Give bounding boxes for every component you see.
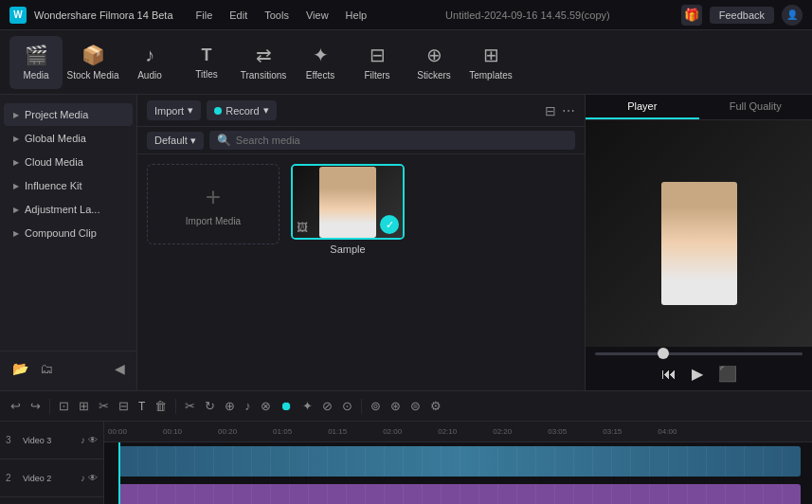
sidebar-item-global-media[interactable]: ▶ Global Media (4, 127, 133, 150)
sort-dropdown[interactable]: Default ▾ (147, 132, 204, 150)
titles-label: Titles (195, 69, 218, 80)
toolbar-audio[interactable]: ♪ Audio (123, 36, 176, 89)
add-folder-icon[interactable]: 📂 (9, 359, 31, 378)
import-media-card[interactable]: + Import Media (147, 164, 280, 244)
feedback-button[interactable]: Feedback (710, 7, 774, 24)
delete-button[interactable]: 🗑 (152, 397, 170, 415)
menu-file[interactable]: File (189, 8, 221, 23)
sidebar-item-adjustment-layer[interactable]: ▶ Adjustment La... (4, 198, 133, 221)
menu-edit[interactable]: Edit (222, 8, 255, 23)
toolbar-filters[interactable]: ⊟ Filters (351, 36, 404, 89)
new-folder-icon[interactable]: 🗂 (37, 359, 56, 378)
toolbar-media[interactable]: 🎬 Media (9, 36, 63, 89)
more-options-icon[interactable]: ⋯ (562, 103, 575, 118)
menu-tools[interactable]: Tools (257, 8, 297, 23)
record-track-button[interactable]: ⏺ (278, 397, 296, 415)
go-to-start-button[interactable]: ⏮ (661, 366, 677, 383)
ripple-edit-tool[interactable]: ⊞ (76, 397, 92, 415)
ruler-mark-9: 03:15 (603, 427, 622, 436)
preview-video (586, 120, 812, 347)
ruler-mark-3: 01:05 (273, 427, 292, 436)
track-mute-icon[interactable]: 👁 (88, 473, 98, 483)
titles-icon: T (202, 45, 212, 65)
account-icon[interactable]: 👤 (782, 5, 803, 26)
transitions-label: Transitions (241, 70, 287, 81)
playhead (118, 442, 120, 504)
arrow-icon: ▶ (13, 135, 19, 143)
ruler-mark-8: 03:05 (548, 427, 567, 436)
more-button[interactable]: ⊜ (407, 397, 424, 415)
toolbar-templates[interactable]: ⊞ Templates (464, 36, 517, 89)
settings-button[interactable]: ⚙ (427, 397, 444, 415)
clip-video3[interactable] (118, 446, 801, 477)
gift-icon[interactable]: 🎁 (681, 5, 702, 26)
toolbar-titles[interactable]: T Titles (180, 36, 233, 89)
tab-player[interactable]: Player (586, 95, 699, 119)
title-right-controls: 🎁 Feedback 👤 (681, 5, 803, 26)
sidebar-item-influence-kit[interactable]: ▶ Influence Kit (4, 174, 133, 197)
toolbar-stickers[interactable]: ⊕ Stickers (407, 36, 460, 89)
record-dropdown[interactable]: Record ▾ (207, 100, 276, 120)
toolbar-transitions[interactable]: ⇄ Transitions (237, 36, 290, 89)
search-input[interactable] (236, 135, 568, 146)
crop-button[interactable]: ✂ (182, 397, 198, 415)
track-audio-icon[interactable]: ♪ (81, 473, 85, 483)
record-label: Record (226, 105, 259, 117)
effects-button[interactable]: ✦ (299, 397, 316, 415)
cut-tool[interactable]: ✂ (96, 397, 112, 415)
filter-icon[interactable]: ⊟ (545, 103, 556, 118)
scrubber-thumb[interactable] (658, 348, 669, 359)
sidebar-item-compound-clip[interactable]: ▶ Compound Clip (4, 222, 133, 244)
color-button[interactable]: ⊗ (258, 397, 274, 415)
ai-tools-button[interactable]: ⊛ (388, 397, 404, 415)
media-toolbar-right: ⊟ ⋯ (545, 103, 575, 118)
image-type-icon: 🖼 (297, 221, 308, 234)
snapshot-button[interactable]: ⬛ (718, 365, 737, 383)
media-toolbar-left: Import ▾ Record ▾ (147, 100, 277, 120)
speed-button[interactable]: ⊕ (222, 397, 238, 415)
redo-button[interactable]: ↪ (27, 397, 44, 415)
import-dropdown[interactable]: Import ▾ (147, 100, 201, 120)
stabilize-button[interactable]: ⊙ (339, 397, 355, 415)
sidebar-label: Project Media (25, 109, 88, 120)
preview-scrubber[interactable] (586, 347, 812, 361)
effects-icon: ✦ (313, 44, 329, 66)
track-audio-icon[interactable]: ♪ (81, 435, 85, 445)
audio-button[interactable]: ♪ (242, 397, 254, 415)
timeline-clips (104, 442, 812, 504)
undo-button[interactable]: ↩ (8, 397, 24, 415)
tab-full-quality[interactable]: Full Quality (699, 95, 813, 119)
sidebar: ▶ Project Media ▶ Global Media ▶ Cloud M… (0, 95, 137, 390)
sidebar-item-cloud-media[interactable]: ▶ Cloud Media (4, 151, 133, 173)
collapse-icon[interactable]: ◀ (112, 359, 128, 378)
scrubber-track[interactable] (595, 352, 803, 355)
arrow-icon: ▶ (13, 206, 19, 214)
play-button[interactable]: ▶ (692, 365, 703, 383)
toolbar-effects[interactable]: ✦ Effects (294, 36, 347, 89)
rotate-button[interactable]: ↻ (202, 397, 218, 415)
scene-detection-button[interactable]: ⊚ (368, 397, 384, 415)
import-chevron-icon: ▾ (188, 104, 193, 117)
split-tool[interactable]: ⊟ (116, 397, 132, 415)
motion-button[interactable]: ⊘ (319, 397, 335, 415)
ruler-mark-1: 00:10 (163, 427, 182, 436)
person-visual (319, 167, 376, 238)
sidebar-item-project-media[interactable]: ▶ Project Media (4, 103, 133, 126)
menu-view[interactable]: View (298, 8, 336, 23)
preview-tabs: Player Full Quality (586, 95, 812, 120)
timeline: ↩ ↪ ⊡ ⊞ ✂ ⊟ T 🗑 ✂ ↻ ⊕ ♪ ⊗ ⏺ ✦ ⊘ ⊙ ⊚ ⊛ ⊜ … (0, 390, 812, 504)
track-controls-2: ♪ 👁 (81, 473, 98, 483)
import-label: Import (154, 105, 184, 117)
ruler-mark-2: 00:20 (218, 427, 237, 436)
select-tool[interactable]: ⊡ (56, 397, 72, 415)
clip-video2[interactable] (118, 484, 801, 504)
timeline-ruler-area: 00:00 00:10 00:20 01:05 01:15 02:00 02:1… (104, 422, 812, 504)
text-tool[interactable]: T (135, 398, 148, 415)
sample-thumb-image[interactable]: 🖼 ✓ (291, 164, 405, 240)
menu-help[interactable]: Help (338, 8, 375, 23)
arrow-icon: ▶ (13, 229, 19, 238)
track-mute-icon[interactable]: 👁 (88, 435, 98, 445)
search-icon: 🔍 (217, 134, 231, 147)
toolbar-stock-media[interactable]: 📦 Stock Media (66, 36, 119, 89)
separator (49, 399, 50, 414)
